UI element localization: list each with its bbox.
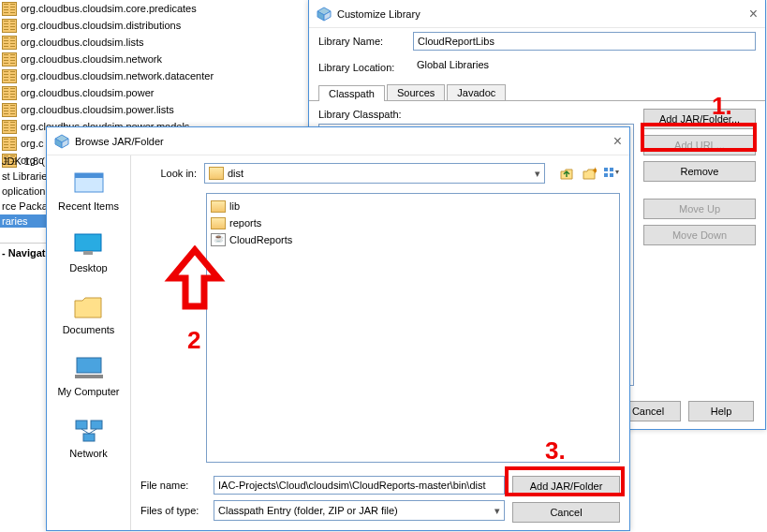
move-up-button[interactable]: Move Up xyxy=(643,199,756,219)
lib-name-input[interactable] xyxy=(413,32,756,51)
tab-javadoc[interactable]: Javadoc xyxy=(447,84,506,100)
file-item-folder[interactable]: reports xyxy=(211,214,615,231)
tab-classpath[interactable]: Classpath xyxy=(318,85,385,101)
file-type-label: Files of type: xyxy=(140,505,206,516)
folder-icon xyxy=(211,217,226,229)
add-url-button[interactable]: Add URL... xyxy=(643,135,756,155)
package-item[interactable]: org.cloudbus.cloudsim.distributions xyxy=(0,17,281,34)
customize-title: Customize Library xyxy=(337,8,420,20)
places-bar: Recent Items Desktop Documents My Comput… xyxy=(47,155,131,530)
svg-rect-21 xyxy=(610,173,613,177)
remove-button[interactable]: Remove xyxy=(643,161,756,182)
place-computer[interactable]: My Computer xyxy=(57,354,119,397)
chevron-down-icon: ▾ xyxy=(494,505,500,517)
close-icon[interactable]: × xyxy=(613,133,622,150)
file-name-label: File name: xyxy=(140,480,206,491)
folder-icon xyxy=(209,167,224,180)
browse-add-button[interactable]: Add JAR/Folder xyxy=(512,476,620,496)
lib-tabs: Classpath Sources Javadoc xyxy=(309,81,765,100)
svg-text:✦: ✦ xyxy=(591,166,597,176)
library-icon xyxy=(54,134,69,149)
chevron-down-icon: ▾ xyxy=(535,168,540,180)
place-desktop[interactable]: Desktop xyxy=(69,230,107,273)
file-name-input[interactable] xyxy=(214,476,505,495)
svg-rect-11 xyxy=(75,375,103,378)
svg-rect-19 xyxy=(610,168,613,171)
svg-rect-13 xyxy=(91,421,102,429)
package-label: org.cloudbus.cloudsim.network.datacenter xyxy=(21,70,214,81)
package-icon xyxy=(2,52,17,66)
svg-rect-14 xyxy=(83,434,95,441)
package-icon xyxy=(2,69,17,83)
browse-title: Browse JAR/Folder xyxy=(75,136,164,147)
lib-location-label: Library Location: xyxy=(318,62,407,73)
package-icon xyxy=(2,103,17,117)
package-icon xyxy=(2,120,17,134)
svg-rect-9 xyxy=(83,251,93,255)
browse-titlebar[interactable]: Browse JAR/Folder × xyxy=(47,127,629,155)
package-label: org.cloudbus.cloudsim.distributions xyxy=(21,20,181,31)
package-item[interactable]: org.cloudbus.cloudsim.power.lists xyxy=(0,101,281,118)
svg-line-16 xyxy=(89,429,96,434)
customize-titlebar[interactable]: Customize Library × xyxy=(309,0,765,28)
place-network[interactable]: Network xyxy=(69,416,107,459)
package-item[interactable]: org.cloudbus.cloudsim.power xyxy=(0,84,281,101)
package-label: org.cloudbus.cloudsim.power.lists xyxy=(21,104,174,115)
tab-sources[interactable]: Sources xyxy=(387,84,445,100)
computer-icon xyxy=(72,354,106,382)
desktop-icon xyxy=(71,230,105,259)
svg-rect-12 xyxy=(76,421,87,429)
lookin-label: Look in: xyxy=(140,168,197,179)
browse-jar-folder-window: Browse JAR/Folder × Recent Items Desktop… xyxy=(46,126,630,531)
svg-rect-7 xyxy=(75,173,103,178)
package-icon xyxy=(2,19,17,33)
package-label: org.cloudbus.cloudsim.lists xyxy=(21,37,143,48)
file-item-folder[interactable]: lib xyxy=(211,198,615,214)
svg-rect-20 xyxy=(604,173,608,177)
package-item[interactable]: org.cloudbus.cloudsim.network.datacenter xyxy=(0,67,281,84)
package-icon xyxy=(2,36,17,50)
jar-icon xyxy=(211,233,226,246)
library-icon xyxy=(317,7,332,22)
svg-rect-8 xyxy=(75,234,101,251)
file-item-jar[interactable]: CloudReports xyxy=(211,231,615,248)
package-item[interactable]: org.cloudbus.cloudsim.lists xyxy=(0,34,281,51)
lib-location-value: Global Libraries xyxy=(413,58,756,77)
package-item[interactable]: org.cloudbus.cloudsim.network xyxy=(0,51,281,67)
svg-line-15 xyxy=(81,429,89,434)
network-icon xyxy=(72,416,106,444)
svg-rect-10 xyxy=(77,358,101,373)
add-jar-folder-button[interactable]: Add JAR/Folder... xyxy=(643,109,756,129)
place-recent[interactable]: Recent Items xyxy=(58,169,119,212)
view-menu-icon[interactable] xyxy=(603,165,620,182)
move-down-button[interactable]: Move Down xyxy=(643,225,756,245)
recent-icon xyxy=(72,169,106,197)
folder-icon xyxy=(211,200,226,213)
svg-rect-18 xyxy=(604,168,608,171)
lookin-value: dist xyxy=(228,168,243,179)
documents-icon xyxy=(71,292,105,320)
package-label: org.cloudbus.cloudsim.core.predicates xyxy=(21,3,197,14)
lookin-combo[interactable]: dist ▾ xyxy=(204,163,545,184)
file-list[interactable]: lib reports CloudReports xyxy=(206,193,620,463)
file-type-combo[interactable]: Classpath Entry (folder, ZIP or JAR file… xyxy=(214,500,505,521)
file-type-value: Classpath Entry (folder, ZIP or JAR file… xyxy=(218,505,398,516)
classpath-label: Library Classpath: xyxy=(318,109,634,120)
package-icon xyxy=(2,137,17,151)
close-icon[interactable]: × xyxy=(749,6,758,22)
lib-name-label: Library Name: xyxy=(318,36,407,47)
package-label: org.cloudbus.cloudsim.power xyxy=(21,87,154,98)
package-label: org.c xyxy=(21,138,43,149)
package-icon xyxy=(2,86,17,100)
browse-cancel-button[interactable]: Cancel xyxy=(512,502,620,523)
package-item[interactable]: org.cloudbus.cloudsim.core.predicates xyxy=(0,0,281,17)
package-icon xyxy=(2,2,17,16)
package-label: org.cloudbus.cloudsim.network xyxy=(21,53,162,65)
place-documents[interactable]: Documents xyxy=(63,292,115,335)
new-folder-icon[interactable]: ✦ xyxy=(581,165,597,182)
customize-help-button[interactable]: Help xyxy=(688,401,754,421)
up-folder-icon[interactable] xyxy=(558,165,575,182)
